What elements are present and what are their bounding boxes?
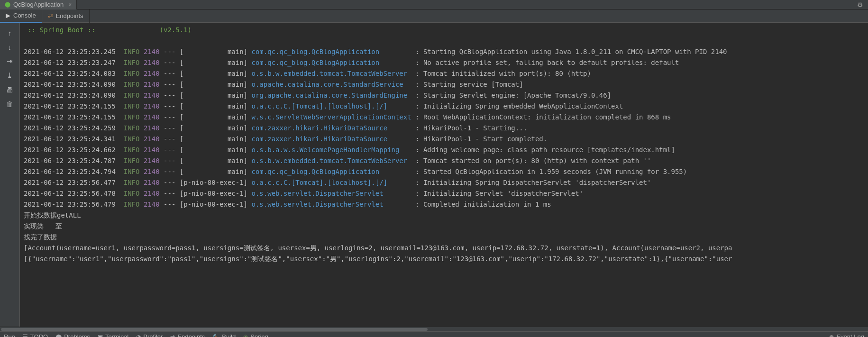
main-area: ↑ ↓ ⇥ ⤓ 🖶 🗑 :: Spring Boot :: (v2.5.1)20… — [0, 23, 868, 327]
plain-line: 实现类 至 — [24, 221, 864, 232]
log-line: 2021-06-12 23:25:56.478 INFO 2140 --- [p… — [24, 188, 864, 199]
log-line: 2021-06-12 23:25:24.090 INFO 2140 --- [ … — [24, 90, 864, 101]
close-icon[interactable]: × — [68, 1, 72, 8]
scrollbar-thumb[interactable] — [1, 328, 428, 331]
log-line: 2021-06-12 23:25:24.090 INFO 2140 --- [ … — [24, 79, 864, 90]
endpoints-status-icon: ⇄ — [170, 334, 175, 337]
log-line: 2021-06-12 23:25:56.479 INFO 2140 --- [p… — [24, 199, 864, 210]
log-line: 2021-06-12 23:25:24.341 INFO 2140 --- [ … — [24, 134, 864, 145]
console-output[interactable]: :: Spring Boot :: (v2.5.1)2021-06-12 23:… — [20, 23, 868, 327]
log-line: 2021-06-12 23:25:23.245 INFO 2140 --- [ … — [24, 46, 864, 57]
status-endpoints-label: Endpoints — [177, 333, 205, 337]
run-config-tab-bar: ⬤ QcBlogApplication × ⚙ — [0, 0, 868, 9]
soft-wrap-icon[interactable]: ⇥ — [5, 57, 15, 65]
horizontal-scrollbar[interactable] — [0, 327, 868, 331]
log-line: 2021-06-12 23:25:24.155 INFO 2140 --- [ … — [24, 112, 864, 123]
endpoints-icon: ⇄ — [48, 12, 53, 19]
status-event-log[interactable]: ⬤ Event Log — [829, 333, 864, 337]
spring-icon: ❀ — [243, 334, 248, 337]
tab-console-label: Console — [13, 12, 36, 19]
todo-icon: ☰ — [23, 334, 28, 337]
down-icon[interactable]: ↓ — [5, 43, 15, 51]
scroll-to-end-icon[interactable]: ⤓ — [5, 71, 15, 80]
status-run-label: Run — [4, 333, 15, 337]
run-config-tab[interactable]: ⬤ QcBlogApplication × — [0, 0, 77, 9]
status-endpoints[interactable]: ⇄ Endpoints — [170, 333, 205, 337]
status-spring-label: Spring — [250, 333, 268, 337]
status-todo[interactable]: ☰ TODO — [23, 333, 48, 337]
run-config-name: QcBlogApplication — [13, 1, 64, 8]
status-profiler-label: Profiler — [143, 333, 163, 337]
settings-icon[interactable]: ⚙ — [857, 1, 863, 9]
tab-endpoints[interactable]: ⇄ Endpoints — [42, 9, 90, 23]
tab-endpoints-label: Endpoints — [56, 12, 83, 19]
status-profiler[interactable]: ◔ Profiler — [136, 333, 163, 337]
console-gutter: ↑ ↓ ⇥ ⤓ 🖶 🗑 — [0, 23, 20, 327]
status-problems[interactable]: ⬤ Problems — [55, 333, 90, 337]
console-icon: ▶ — [6, 12, 10, 19]
spring-run-icon: ⬤ — [5, 1, 10, 8]
terminal-icon: ▣ — [98, 334, 103, 337]
log-line: 2021-06-12 23:25:56.477 INFO 2140 --- [p… — [24, 177, 864, 188]
status-spring[interactable]: ❀ Spring — [243, 333, 268, 337]
plain-line: 开始找数据getALL — [24, 210, 864, 221]
profiler-icon: ◔ — [136, 334, 141, 337]
log-line: 2021-06-12 23:25:24.662 INFO 2140 --- [ … — [24, 145, 864, 155]
problems-icon: ⬤ — [55, 334, 62, 337]
print-icon[interactable]: 🖶 — [5, 85, 15, 94]
status-build-label: Build — [222, 333, 236, 337]
log-line: 2021-06-12 23:25:24.155 INFO 2140 --- [ … — [24, 101, 864, 112]
status-problems-label: Problems — [64, 333, 90, 337]
status-run[interactable]: Run — [4, 333, 15, 337]
clear-all-icon[interactable]: 🗑 — [5, 100, 15, 108]
status-terminal-label: Terminal — [105, 333, 128, 337]
status-build[interactable]: 🔨 Build — [212, 333, 236, 337]
log-line: 2021-06-12 23:25:24.259 INFO 2140 --- [ … — [24, 123, 864, 134]
tool-tabs: ▶ Console ⇄ Endpoints — [0, 9, 868, 23]
plain-line: [Account(username=user1, userpassword=pa… — [24, 243, 864, 254]
tab-console[interactable]: ▶ Console — [0, 9, 42, 23]
plain-line: 找完了数据 — [24, 232, 864, 243]
status-terminal[interactable]: ▣ Terminal — [98, 333, 128, 337]
build-icon: 🔨 — [212, 334, 219, 337]
log-line: 2021-06-12 23:25:24.794 INFO 2140 --- [ … — [24, 166, 864, 177]
log-line: 2021-06-12 23:25:24.787 INFO 2140 --- [ … — [24, 155, 864, 166]
banner-line: :: Spring Boot :: (v2.5.1) — [24, 25, 864, 36]
up-icon[interactable]: ↑ — [5, 28, 15, 37]
status-bar: Run ☰ TODO ⬤ Problems ▣ Terminal ◔ Profi… — [0, 331, 868, 337]
status-todo-label: TODO — [30, 333, 48, 337]
plain-line: [{"username":"user1","userpassword":"pas… — [24, 254, 864, 264]
status-event-log-label: Event Log — [836, 333, 864, 337]
log-line: 2021-06-12 23:25:23.247 INFO 2140 --- [ … — [24, 57, 864, 68]
log-line: 2021-06-12 23:25:24.083 INFO 2140 --- [ … — [24, 68, 864, 79]
event-log-icon: ⬤ — [829, 335, 834, 337]
